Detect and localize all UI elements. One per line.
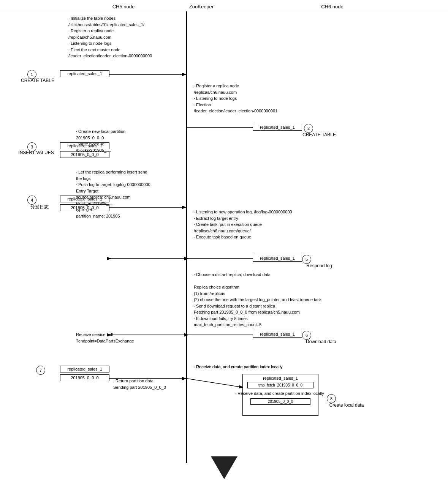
badge-step5: 5 [302,255,311,264]
label-step5: Respond log [300,263,338,268]
box-ch6-final: 201905_0_0_0 [250,398,310,405]
box-ch5-step7-bot: 201905_0_0_0 [60,374,109,381]
box-ch6-rename-label: replicated_sales_1 [244,376,317,380]
label-step3: INSERT VALUES [15,150,57,155]
ann-ch5-step7: · Return partition data Sending part 201… [113,378,197,390]
ann-receive-data: · Receive data, and create partition ind… [194,364,338,370]
zookeeper-line [186,11,187,463]
box-ch5-step1: replicated_sales_1 [60,70,109,77]
ch6-header: CH6 node [217,4,448,9]
big-down-arrow [211,456,237,479]
big-arrow-svg [211,456,237,479]
ann-ch5-step1: · Initialize the table nodes /clickhouse… [68,15,186,59]
label-step4: 分发日志 [19,204,60,210]
label-step6: Download data [300,339,342,344]
badge-step8: 8 [327,394,336,403]
box-ch6-step5: replicated_sales_1 [253,255,302,262]
box-ch6-rename-outer: replicated_sales_1 tmp_fetch_201905_0_0_… [242,374,318,416]
rename-label: · Receive data, and create partition ind… [235,391,324,396]
box-ch6-step2: replicated_sales_1 [253,124,302,131]
label-step1: CREATE TABLE [19,78,57,83]
label-step2: CREATE TABLE [300,132,338,137]
badge-step4: 4 [27,196,36,205]
ann-ch5-step3: · Create new local partition 201905_0_0_… [76,128,182,153]
ann-ch6-step4: · Listening to new operation log, /log/l… [194,209,365,240]
badge-step6: 6 [302,331,311,340]
svg-marker-11 [211,456,237,479]
box-ch5-step7-top: replicated_sales_1 [60,366,109,372]
ann-ch6-step5: · Choose a distant replica, download dat… [194,271,369,328]
box-ch6-step6: replicated_sales_1 [253,331,302,338]
ann-ch5-step6: Receive service call ?endpoint=DataParts… [76,331,186,344]
zk-header: ZooKeeper [186,4,217,9]
column-headers: CH5 node ZooKeeper CH6 node [0,4,448,12]
badge-step7: 7 [36,366,45,375]
ch5-header: CH5 node [0,4,186,9]
label-step8: Create local data [324,402,369,408]
ann-ch5-step4: · Let the replica performing insert send… [76,169,186,219]
badge-step2: 2 [304,124,313,133]
box-ch6-tmp: tmp_fetch_201905_0_0_0 [247,382,313,388]
rename-row: · Receive data, and create partition ind… [244,390,317,397]
diagram-container: CH5 node ZooKeeper CH6 node [0,0,448,486]
ann-ch6-step2: · Register a replica node /replicas/ch6.… [194,83,327,114]
